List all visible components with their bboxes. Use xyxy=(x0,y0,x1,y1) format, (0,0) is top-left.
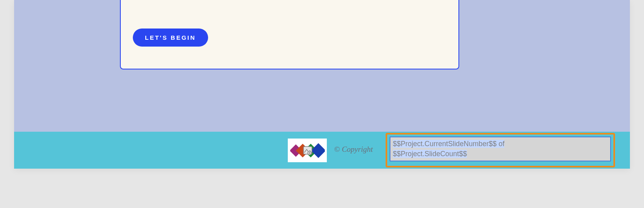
lets-begin-button[interactable]: LET'S BEGIN xyxy=(133,29,208,47)
variable-field-selection[interactable]: $$Project.CurrentSlideNumber$$ of $$Proj… xyxy=(386,133,615,167)
variable-of-word: of xyxy=(497,140,504,148)
content-card: LET'S BEGIN xyxy=(120,0,459,69)
svg-rect-3 xyxy=(311,143,324,158)
variable-current-slide: $$Project.CurrentSlideNumber$$ xyxy=(393,140,497,148)
slide-canvas: LET'S BEGIN © Copyright $$Project.Curren… xyxy=(14,0,630,169)
footer-logo xyxy=(288,139,327,162)
footer-bar: © Copyright $$Project.CurrentSlideNumber… xyxy=(14,132,630,169)
copyright-label: © Copyright xyxy=(334,145,373,154)
variable-slide-count: $$Project.SlideCount$$ xyxy=(393,150,467,158)
diamonds-image-placeholder-icon xyxy=(290,142,325,159)
variable-field-input[interactable]: $$Project.CurrentSlideNumber$$ of $$Proj… xyxy=(390,137,611,161)
